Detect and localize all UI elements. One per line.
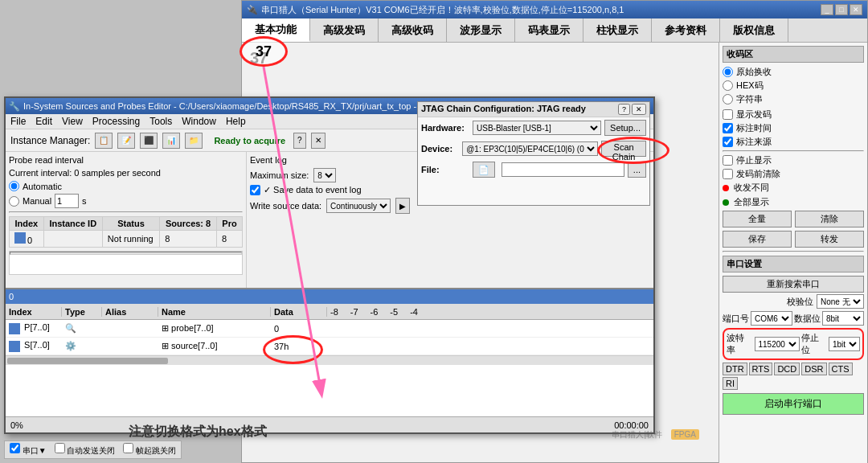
checkbit-select[interactable]: None 无 [817,294,864,309]
menu-processing[interactable]: Processing [92,116,140,127]
cell-index-0: 0 [10,231,44,248]
radio-original-input[interactable] [723,67,733,77]
databit-select[interactable]: 8bit [822,311,864,326]
write-source-apply-btn[interactable]: ▶ [395,198,410,214]
tab-histogram[interactable]: 柱状显示 [583,18,652,42]
menu-tools[interactable]: Tools [149,116,172,127]
source-data-value[interactable]: 37h [274,342,289,351]
dcd-button[interactable]: DCD [774,363,800,375]
im-btn4[interactable]: 📊 [162,133,180,149]
horizontal-scrollbar[interactable] [10,252,242,255]
tab-advanced-send[interactable]: 高级发码 [310,18,379,42]
menu-view[interactable]: View [62,116,83,127]
portnum-select[interactable]: COM6 [751,311,792,326]
savedata-input[interactable] [250,185,260,195]
tab-codemap[interactable]: 码表显示 [515,18,583,42]
source-index: S[7..0] [6,340,62,351]
radio-char[interactable]: 字符串 [723,93,864,105]
checkbox-marktime-input[interactable] [723,123,733,133]
forward-button[interactable]: 转发 [795,231,864,248]
manual-row: Manual s [9,194,243,208]
autosend-check[interactable] [55,443,65,453]
manual-value-input[interactable] [55,194,79,208]
jtag-file-input[interactable] [502,162,624,177]
close-button[interactable]: ✕ [850,4,862,15]
tab-basic[interactable]: 基本功能 [242,18,310,42]
checkbox-showcode[interactable]: 显示发码 [723,109,864,121]
all-button[interactable]: 全量 [723,211,792,227]
radio-original[interactable]: 原始换收 [723,66,864,78]
bottom-panel-titlebar: 0 [6,289,653,304]
tab-advanced-recv[interactable]: 高级收码 [379,18,447,42]
jtag-device-select[interactable]: @1: EP3C(10|5)/EP4CE(10|6) (0 [462,141,598,156]
im-btn3[interactable]: ⬛ [140,133,158,149]
maxsize-select[interactable]: 8 [313,168,336,182]
scrollbar-thumb[interactable] [7,358,168,364]
cell-status-0: Not running [102,231,159,248]
source-row: S[7..0] ⚙️ ⊞ source[7..0] 37h [6,338,653,355]
rts-button[interactable]: RTS [749,363,773,375]
radio-automatic[interactable]: Automatic [9,181,243,191]
menu-edit[interactable]: Edit [35,116,52,127]
bottom-table-header: Index Type Alias Name Data -8 -7 -6 -5 -… [6,304,653,320]
radio-automatic-input[interactable] [9,181,19,191]
menu-window[interactable]: Window [182,116,216,127]
jtag-setup-btn[interactable]: Setup... [604,120,646,136]
checkbox-clearbefore-input[interactable] [723,169,733,179]
im-btn1[interactable]: 📋 [95,133,113,149]
radio-manual-input[interactable] [9,196,19,207]
scan-chain-button[interactable]: Scan Chain [601,141,646,157]
sh-title-text: 串口猎人（Serial Hunter）V31 COM6已经开启！波特率,校验位,… [261,4,624,16]
tab-waveform[interactable]: 波形显示 [447,18,515,42]
baudrate-select[interactable]: 115200 [755,337,800,351]
menu-file[interactable]: File [10,116,26,127]
checkbox-marktime[interactable]: 标注时间 [723,122,864,134]
table-scrollbar[interactable] [6,355,653,365]
col-data-hdr: Data [271,307,327,317]
maximize-button[interactable]: □ [835,4,848,15]
radio-hex[interactable]: HEX码 [723,80,864,92]
rescan-port-button[interactable]: 重新搜索串口 [723,276,864,293]
save-button[interactable]: 保存 [723,231,792,248]
fpga-label: FPGA [671,429,699,440]
probe-type-icon: 🔍 [65,323,76,333]
checkbox-stopdisplay-label: 停止显示 [736,154,772,166]
write-source-select[interactable]: Continuously [326,199,391,213]
clear-button[interactable]: 清除 [795,211,864,227]
checkbox-clearbefore[interactable]: 发码前清除 [723,168,864,180]
sh-title-left: 🔌 串口猎人（Serial Hunter）V31 COM6已经开启！波特率,校验… [247,4,624,16]
ready-status: Ready to acquire [214,135,285,146]
checkbox-showcode-input[interactable] [723,109,733,120]
serial-check[interactable] [10,443,20,453]
tab-reference[interactable]: 参考资料 [652,18,720,42]
radio-char-input[interactable] [723,94,733,104]
jtag-file-icon-btn[interactable]: 📄 [473,162,495,178]
menu-help[interactable]: Help [226,116,246,127]
jtag-hardware-select[interactable]: USB-Blaster [USB-1] [473,121,601,135]
jtag-help-btn[interactable]: ? [618,104,630,115]
jtag-file-browse-btn[interactable]: ... [628,162,646,178]
jtag-close-btn[interactable]: ✕ [632,104,646,115]
dsr-button[interactable]: DSR [801,363,826,375]
dtr-button[interactable]: DTR [723,363,747,375]
stopbit-select[interactable]: 1bit [829,337,860,351]
checkbox-stopdisplay[interactable]: 停止显示 [723,154,864,166]
tab-copyright[interactable]: 版权信息 [720,18,788,42]
keyjump-check[interactable] [123,443,133,453]
save-forward-row: 保存 转发 [723,231,864,248]
help-btn[interactable]: ? [293,133,306,149]
radio-original-label: 原始换收 [736,66,772,78]
checkbox-marksource[interactable]: 标注来源 [723,136,864,148]
show-all-row: 全部显示 [723,196,864,208]
start-port-button[interactable]: 启动串行端口 [723,393,864,415]
col-m6: -6 [371,307,379,317]
im-btn2[interactable]: 📝 [117,133,135,149]
im-btn5[interactable]: 📁 [185,133,203,149]
radio-hex-input[interactable] [723,80,733,91]
ri-button[interactable]: RI [723,377,738,390]
minimize-button[interactable]: _ [821,4,833,15]
cts-button[interactable]: CTS [829,363,853,375]
checkbox-marksource-input[interactable] [723,137,733,147]
checkbox-stopdisplay-input[interactable] [723,155,733,166]
close-panel-btn[interactable]: ✕ [311,133,326,149]
